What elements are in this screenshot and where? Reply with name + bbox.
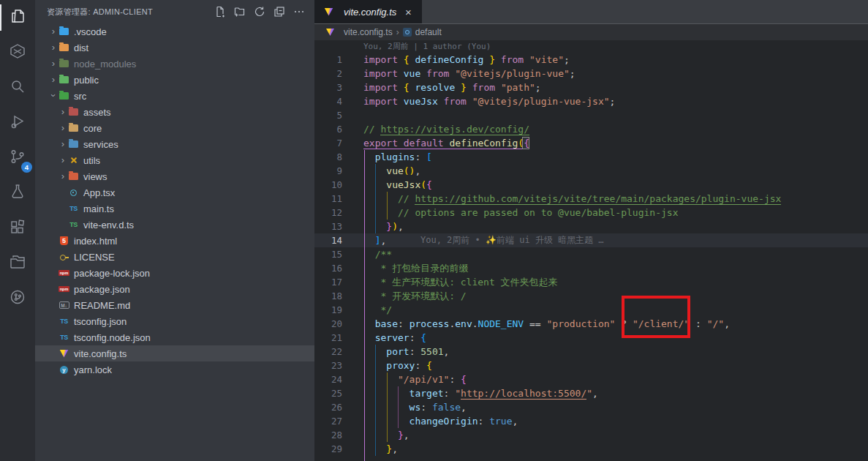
tree-item-tsconfig.json[interactable]: TStsconfig.json [35, 313, 314, 329]
tree-item-src[interactable]: ›src [35, 88, 314, 104]
chevron-right-icon[interactable]: › [48, 74, 59, 85]
code-line-23[interactable]: 23 proxy: { [314, 359, 868, 372]
code-line-12[interactable]: 12 // options are passed on to @vue/babe… [314, 206, 868, 220]
code-line-5[interactable]: 5 [314, 108, 868, 122]
code-line-15[interactable]: 15 /** [314, 247, 868, 261]
chevron-down-icon[interactable]: › [48, 90, 59, 100]
code-line-17[interactable]: 17 * 生产环境默认: client 文件夹包起来 [314, 275, 868, 289]
code-line-4[interactable]: 4import vueJsx from "@vitejs/plugin-vue-… [314, 94, 868, 108]
explorer-sidebar: 资源管理器: ADMIN-CLIENT ›.vscode›dist›node_m… [35, 0, 314, 461]
tree-item-package.json[interactable]: npmpackage.json [35, 281, 314, 297]
code-line-3[interactable]: 3import { resolve } from "path"; [314, 80, 868, 94]
tree-item-package-lock.json[interactable]: npmpackage-lock.json [35, 265, 314, 281]
tree-item-views[interactable]: ›views [35, 168, 314, 184]
more-actions-icon[interactable] [293, 5, 306, 18]
code-line-29[interactable]: 29 }, [314, 442, 868, 456]
folder-library-activity-button[interactable] [0, 246, 35, 281]
annotation-red-rectangle [622, 296, 690, 338]
tree-item-index.html[interactable]: 5index.html [35, 233, 314, 249]
core-folder-icon [68, 123, 79, 134]
code-line-7[interactable]: 7export default defineConfig({ [314, 136, 868, 150]
code-line-26[interactable]: 26 ws: false, [314, 400, 868, 414]
line-number: 2 [314, 67, 342, 80]
tree-item-app.tsx[interactable]: App.tsx [35, 184, 314, 200]
close-icon[interactable]: × [401, 6, 415, 18]
line-number: 15 [314, 247, 342, 261]
explorer-activity-button[interactable] [0, 0, 35, 35]
tree-item-public[interactable]: ›public [35, 72, 314, 88]
gitlens-activity-button[interactable] [0, 281, 35, 316]
tree-item-tsconfig.node.json[interactable]: TStsconfig.node.json [35, 329, 314, 345]
tree-item-services[interactable]: ›services [35, 136, 314, 152]
extensions-activity-button[interactable] [0, 211, 35, 246]
breadcrumb-symbol[interactable]: default [415, 27, 442, 37]
search-activity-button[interactable] [0, 70, 35, 105]
line-number: 26 [314, 400, 342, 414]
code-line-22[interactable]: 22 port: 5501, [314, 345, 868, 359]
chevron-right-icon[interactable]: › [58, 138, 68, 149]
chevron-right-icon[interactable]: › [58, 122, 68, 133]
code-line-27[interactable]: 27 changeOrigin: true, [314, 414, 868, 428]
code-line-2[interactable]: 2import vue from "@vitejs/plugin-vue"; [314, 67, 868, 80]
tree-item-license[interactable]: LICENSE [35, 249, 314, 265]
code-line-16[interactable]: 16 * 打包给目录的前缀 [314, 261, 868, 275]
line-number: 29 [314, 442, 342, 456]
code-line-19[interactable]: 19 */ [314, 303, 868, 317]
code-line-21[interactable]: 21 server: { [314, 331, 868, 345]
vs-logo-activity-button[interactable] [0, 35, 35, 70]
tree-item-utils[interactable]: ›utils [35, 152, 314, 168]
tree-item-main.ts[interactable]: TSmain.ts [35, 200, 314, 217]
code-line-6[interactable]: 6// https://vitejs.dev/config/ [314, 122, 868, 136]
tree-item-readme.md[interactable]: M↓README.md [35, 297, 314, 313]
code-line-10[interactable]: 10 vueJsx({ [314, 178, 868, 192]
code-text: // https://github.com/vitejs/vite/tree/m… [363, 192, 781, 206]
new-file-icon[interactable] [214, 5, 227, 18]
tree-item-.vscode[interactable]: ›.vscode [35, 23, 314, 40]
code-line-25[interactable]: 25 target: "http://localhost:5500/", [314, 386, 868, 400]
tree-item-assets[interactable]: ›assets [35, 104, 314, 120]
code-line-13[interactable]: 13 }), [314, 220, 868, 233]
tab-vite-config-ts[interactable]: vite.config.ts × [314, 0, 422, 23]
run-debug-activity-button[interactable] [0, 105, 35, 140]
tree-item-vite.config.ts[interactable]: vite.config.ts [35, 345, 314, 361]
code-line-20[interactable]: 20 base: process.env.NODE_ENV == "produc… [314, 317, 868, 331]
chevron-right-icon[interactable]: › [58, 106, 68, 117]
tree-item-label: core [83, 123, 102, 134]
code-line-8[interactable]: 8 plugins: [ [314, 150, 868, 164]
new-folder-icon[interactable] [233, 5, 246, 18]
source-control-activity-button[interactable]: 4 [0, 140, 35, 176]
chevron-right-icon[interactable]: › [48, 42, 59, 53]
code-line-24[interactable]: 24 "/api/v1": { [314, 372, 868, 386]
tree-item-label: public [74, 75, 99, 86]
code-text: import vueJsx from "@vitejs/plugin-vue-j… [363, 94, 615, 108]
tree-item-yarn.lock[interactable]: yyarn.lock [35, 361, 314, 378]
services-folder-icon [68, 139, 79, 150]
tree-item-dist[interactable]: ›dist [35, 40, 314, 56]
breadcrumb: vite.config.ts › default [314, 24, 868, 40]
tree-item-label: tsconfig.json [74, 316, 127, 327]
code-line-9[interactable]: 9 vue(), [314, 164, 868, 178]
tree-item-vite-env.d.ts[interactable]: TSvite-env.d.ts [35, 217, 314, 233]
test-flask-activity-button[interactable] [0, 176, 35, 211]
code-line-18[interactable]: 18 * 开发环境默认: / [314, 289, 868, 303]
refresh-icon[interactable] [253, 5, 266, 18]
tree-item-node-modules[interactable]: ›node_modules [35, 56, 314, 72]
chevron-right-icon[interactable]: › [58, 154, 68, 165]
code-area[interactable]: You, 2周前 | 1 author (You)1import { defin… [314, 40, 868, 461]
chevron-right-icon[interactable]: › [58, 170, 68, 181]
activity-bar: 4 [0, 0, 35, 461]
code-line-1[interactable]: 1import { defineConfig } from "vite"; [314, 53, 868, 67]
line-number: 14 [314, 233, 342, 247]
collapse-all-icon[interactable] [273, 5, 286, 18]
breadcrumb-file[interactable]: vite.config.ts [344, 27, 393, 37]
code-text: plugins: [ [363, 150, 432, 164]
chevron-right-icon[interactable]: › [48, 58, 59, 69]
code-text: ], [363, 233, 386, 247]
gitlens-file-blame[interactable]: You, 2周前 | 1 author (You) [363, 40, 491, 53]
tree-item-core[interactable]: ›core [35, 120, 314, 136]
line-number: 16 [314, 261, 342, 275]
code-line-28[interactable]: 28 }, [314, 428, 868, 442]
chevron-right-icon[interactable]: › [48, 26, 59, 37]
explorer-title: 资源管理器: ADMIN-CLIENT [47, 7, 153, 18]
code-line-11[interactable]: 11 // https://github.com/vitejs/vite/tre… [314, 192, 868, 206]
